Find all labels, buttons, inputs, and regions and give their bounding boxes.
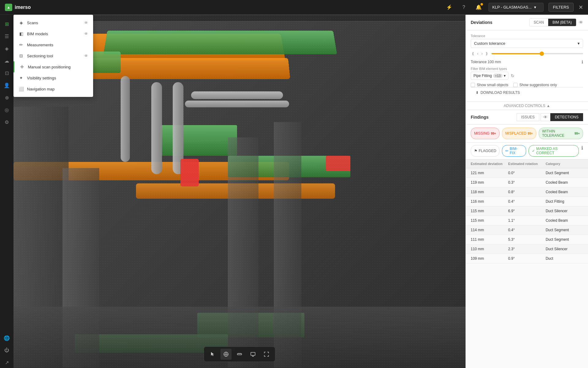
pill-within-tolerance-label: WITHIN TOLERANCE xyxy=(542,129,573,138)
menu-label-visibility: Visibility settings xyxy=(27,76,56,80)
table-row[interactable]: 115 mm 1.1° Cooled Beam xyxy=(466,216,588,225)
sidebar-icon-grid[interactable]: ⊡ xyxy=(1,67,12,79)
pill-flagged-label: FLAGGED xyxy=(479,149,496,153)
screen-tool-button[interactable] xyxy=(247,349,258,360)
select-tool-button[interactable] xyxy=(207,349,218,360)
refresh-button[interactable]: ↻ xyxy=(511,73,514,78)
eye-icon-deviations[interactable]: 👁 xyxy=(579,20,583,25)
findings-title: Findings xyxy=(471,115,488,120)
sidebar-icon-settings[interactable]: ⚙ xyxy=(1,117,12,128)
pill-missing-label: MISSING xyxy=(474,131,490,136)
show-small-objects-checkbox[interactable] xyxy=(471,83,475,87)
table-row[interactable]: 119 mm 0.3° Cooled Beam xyxy=(466,178,588,187)
prev-arrow-button[interactable]: ‹ xyxy=(476,51,480,56)
checkmark-icon: ✓ xyxy=(532,149,535,153)
info-icon-findings[interactable]: ℹ xyxy=(581,145,583,157)
next-arrow-button[interactable]: › xyxy=(480,51,484,56)
cell-category: Duct Segment xyxy=(546,228,583,232)
last-arrow-button[interactable]: ⟫ xyxy=(484,51,489,56)
table-header: Estimated deviation Estimated rotation C… xyxy=(466,159,588,168)
slider-controls: ⟪ ‹ › ⟫ xyxy=(471,51,489,56)
tolerance-select[interactable]: Custom tolerance ▾ xyxy=(471,39,583,48)
filter-select[interactable]: Pipe Fitting +13 ▾ xyxy=(471,72,508,80)
menu-item-sectioning[interactable]: ⊟ Sectioning tool 👁 xyxy=(13,50,93,61)
pill-bim-fix[interactable]: ✏ BIM-FIX xyxy=(502,145,526,157)
project-name: KLP - GLASMAGAS... xyxy=(492,5,532,10)
tolerance-section: Tolerance Custom tolerance ▾ ⟪ ‹ › ⟫ Tol… xyxy=(466,30,588,102)
tab-detections[interactable]: DETECTIONS xyxy=(550,113,583,121)
sidebar-icon-layers[interactable]: ☰ xyxy=(1,31,12,42)
sidebar-icon-cloud[interactable]: ☁ xyxy=(1,55,12,66)
show-suggestions-checkbox[interactable] xyxy=(513,83,518,87)
sidebar-icon-power[interactable]: ⏻ xyxy=(1,345,12,356)
lightning-icon[interactable]: ⚡ xyxy=(444,2,454,12)
filter-value: Pipe Fitting xyxy=(473,74,492,78)
pill-marked-as-correct[interactable]: ✓ MARKED AS CORRECT xyxy=(529,145,579,157)
filter-row: Pipe Fitting +13 ▾ ↻ xyxy=(471,72,583,80)
eye-icon-scans[interactable]: 👁 xyxy=(84,21,88,25)
sidebar-icon-home[interactable]: ⊞ xyxy=(1,18,12,29)
pill-misplaced-label: MISPLACED xyxy=(505,131,526,136)
menu-item-bim-models[interactable]: ◧ BIM models 👁 xyxy=(13,28,93,39)
filters-button[interactable]: FILTERS xyxy=(548,3,574,12)
menu-item-visibility[interactable]: ✦ Visibility settings xyxy=(13,72,93,83)
table-row[interactable]: 118 mm 0.8° Cooled Beam xyxy=(466,187,588,197)
tab-bim-beta[interactable]: BIM (BETA) xyxy=(548,19,576,26)
svg-rect-3 xyxy=(237,354,242,355)
sidebar-icon-person[interactable]: 👤 xyxy=(1,80,12,91)
slider-thumb[interactable] xyxy=(540,52,544,56)
deviations-header: Deviations SCAN BIM (BETA) 👁 xyxy=(466,15,588,30)
cell-rotation: 5.3° xyxy=(508,237,545,242)
tab-scan[interactable]: SCAN xyxy=(530,19,548,26)
flag-icon: ⚑ xyxy=(474,149,477,153)
navigate-tool-button[interactable] xyxy=(221,349,232,360)
menu-item-manual-scan[interactable]: ✛ Manual scan positioning xyxy=(13,61,93,72)
menu-label-manual-scan: Manual scan positioning xyxy=(28,65,70,69)
logo: ▲ imerso xyxy=(5,4,31,11)
download-button[interactable]: ⬇ DOWNLOAD RESULTS xyxy=(476,90,578,95)
tolerance-chevron-icon: ▾ xyxy=(578,41,580,46)
pill-misplaced[interactable]: MISPLACED 99+ xyxy=(502,128,536,139)
tolerance-slider-track[interactable] xyxy=(492,53,583,54)
sidebar-icon-map[interactable]: ◈ xyxy=(1,43,12,54)
fullscreen-tool-button[interactable] xyxy=(261,349,272,360)
table-row[interactable]: 110 mm 2.3° Duct Silencer xyxy=(466,244,588,254)
show-small-objects-label[interactable]: Show small objects xyxy=(471,83,508,87)
notification-icon[interactable]: 🔔 xyxy=(474,2,484,12)
table-row[interactable]: 114 mm 0.4° Duct Segment xyxy=(466,225,588,235)
filter-count: +13 xyxy=(493,74,503,78)
table-row[interactable]: 121 mm 0.0° Duct Segment xyxy=(466,168,588,178)
menu-item-measurements[interactable]: ✏ Measurements xyxy=(13,39,93,50)
tab-issues[interactable]: ISSUES xyxy=(517,113,539,121)
measure-tool-button[interactable] xyxy=(234,349,245,360)
table-row[interactable]: 111 mm 5.3° Duct Segment xyxy=(466,235,588,244)
table-row[interactable]: 115 mm 6.9° Duct Silencer xyxy=(466,206,588,216)
info-icon-tolerance[interactable]: ℹ xyxy=(582,59,583,64)
eye-icon-bim[interactable]: 👁 xyxy=(84,32,88,36)
project-selector[interactable]: KLP - GLASMAGAS... ▾ xyxy=(488,3,544,12)
pill-within-tolerance[interactable]: WITHIN TOLERANCE 99+ xyxy=(539,128,583,139)
table-row[interactable]: 116 mm 0.4° Duct Fitting xyxy=(466,197,588,206)
sidebar-icon-globe[interactable]: 🌐 xyxy=(1,332,12,343)
first-arrow-button[interactable]: ⟪ xyxy=(471,51,475,56)
cell-rotation: 0.4° xyxy=(508,228,545,232)
advanced-controls-row[interactable]: ADVANCED CONTROLS ▲ xyxy=(466,102,588,110)
pill-missing[interactable]: MISSING 99+ xyxy=(471,128,499,139)
sidebar-icon-group[interactable]: ⊕ xyxy=(1,92,12,103)
bim-fix-icon: ✏ xyxy=(505,149,508,153)
close-icon[interactable]: ✕ xyxy=(579,4,583,11)
eye-icon-sectioning[interactable]: 👁 xyxy=(84,54,88,58)
show-suggestions-label[interactable]: Show suggestions only xyxy=(513,83,557,87)
sidebar-icon-arrow[interactable]: ↗ xyxy=(1,357,12,368)
dropdown-menu: ◈ Scans 👁 ◧ BIM models 👁 ✏ Measurements … xyxy=(13,15,93,97)
col-header-rotation: Estimated rotation xyxy=(508,162,545,166)
menu-item-navigation-map[interactable]: ⬜ Navigation map xyxy=(13,83,93,94)
eye-icon-findings[interactable]: 👁 xyxy=(541,113,550,121)
menu-item-scans[interactable]: ◈ Scans 👁 xyxy=(13,17,93,28)
sidebar-icon-location[interactable]: ◎ xyxy=(1,104,12,115)
pill-flagged[interactable]: ⚑ FLAGGED xyxy=(471,145,499,157)
tolerance-value: Custom tolerance xyxy=(474,41,505,46)
help-icon[interactable]: ? xyxy=(459,2,469,12)
table-row[interactable]: 109 mm 0.9° Duct xyxy=(466,254,588,263)
filter-chevron-icon: ▾ xyxy=(504,74,506,78)
